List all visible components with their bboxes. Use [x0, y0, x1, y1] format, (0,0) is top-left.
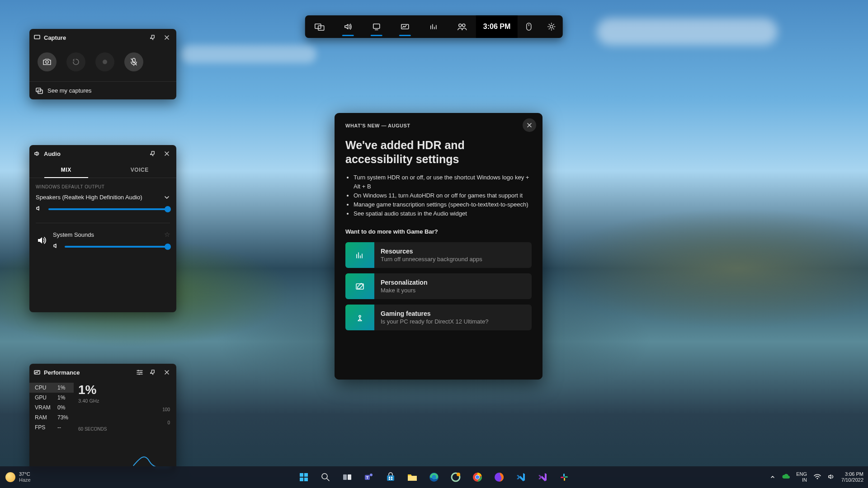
pin-button[interactable] [148, 149, 158, 159]
mouse-passthrough-button[interactable] [518, 15, 540, 38]
volume-icon [36, 205, 43, 213]
svg-rect-2 [373, 24, 379, 28]
whats-new-subhead: Want to do more with Game Bar? [345, 228, 532, 235]
resources-button[interactable] [419, 15, 448, 38]
svg-point-24 [322, 474, 327, 479]
taskbar-weather[interactable]: 37°C Haze [5, 471, 31, 483]
windows-taskbar: 37°C Haze T [0, 466, 868, 488]
file-explorer-button[interactable] [403, 468, 421, 486]
svg-point-17 [138, 370, 139, 371]
pin-button[interactable] [148, 33, 158, 42]
svg-point-7 [550, 25, 553, 28]
tray-onedrive-icon[interactable] [782, 474, 790, 481]
volume-icon[interactable] [828, 474, 835, 481]
svg-point-42 [476, 475, 479, 479]
master-volume-slider[interactable] [48, 208, 170, 210]
teams-button[interactable]: T [360, 468, 378, 486]
performance-icon [34, 369, 40, 375]
close-button[interactable] [162, 149, 172, 159]
start-button[interactable] [295, 468, 313, 486]
tab-voice[interactable]: VOICE [103, 162, 177, 178]
app-button-1[interactable] [447, 468, 465, 486]
svg-rect-30 [387, 475, 394, 481]
close-button[interactable] [162, 367, 172, 377]
svg-rect-8 [34, 35, 40, 39]
perf-row-cpu[interactable]: CPU1% [29, 383, 74, 393]
performance-title: Performance [44, 369, 131, 376]
svg-rect-33 [389, 479, 390, 480]
audio-title: Audio [44, 150, 145, 157]
edge-button[interactable] [425, 468, 443, 486]
performance-widget-button[interactable] [391, 15, 419, 38]
see-captures-link[interactable]: See my captures [29, 81, 176, 99]
card-resources[interactable]: Resources Turn off unnecessary backgroun… [345, 242, 532, 268]
tab-mix[interactable]: MIX [29, 162, 103, 178]
visual-studio-button[interactable] [533, 468, 552, 486]
resources-icon [345, 242, 374, 268]
audio-icon [34, 150, 40, 157]
wifi-icon[interactable] [813, 474, 821, 481]
whats-new-eyebrow: WHAT'S NEW — AUGUST [345, 123, 532, 128]
svg-rect-46 [564, 478, 565, 481]
audio-widget-button[interactable] [334, 15, 362, 38]
pin-button[interactable] [148, 367, 158, 377]
svg-rect-34 [391, 479, 392, 480]
svg-point-39 [457, 473, 460, 476]
default-output-label: WINDOWS DEFAULT OUTPUT [36, 184, 170, 189]
widgets-menu-button[interactable] [305, 15, 334, 38]
gamebar-topbar: 3:06 PM [305, 15, 563, 38]
card-personalization[interactable]: Personalization Make it yours [345, 273, 532, 299]
gamebar-clock: 3:06 PM [476, 15, 518, 38]
card-gaming-features[interactable]: Gaming features Is your PC ready for Dir… [345, 305, 532, 330]
output-device-dropdown[interactable]: Speakers (Realtek High Definition Audio) [36, 194, 170, 201]
close-button[interactable] [523, 118, 536, 132]
perf-row-gpu[interactable]: GPU1% [29, 393, 74, 403]
svg-rect-26 [348, 474, 351, 480]
svg-point-18 [141, 372, 142, 373]
svg-rect-47 [561, 477, 564, 478]
chrome-button[interactable] [468, 468, 486, 486]
graph-options-button[interactable] [135, 367, 145, 377]
svg-point-19 [139, 374, 140, 375]
speaker-icon [36, 235, 47, 246]
svg-point-29 [370, 474, 373, 476]
performance-widget: Performance CPU1% GPU1% VRAM0% RAM73% FP… [29, 364, 176, 472]
store-button[interactable] [382, 468, 400, 486]
perf-row-fps[interactable]: FPS-- [29, 422, 74, 432]
capture-widget-button[interactable] [362, 15, 391, 38]
start-recording-button[interactable] [95, 52, 114, 71]
slack-button[interactable] [555, 468, 573, 486]
whats-new-bullets: Turn system HDR on or off, or use the sh… [345, 173, 532, 219]
svg-point-9 [46, 61, 48, 63]
perf-selected-value: 1% [78, 384, 170, 396]
language-indicator[interactable]: ENGIN [796, 471, 807, 483]
svg-rect-22 [300, 478, 303, 481]
svg-point-5 [462, 24, 465, 27]
close-button[interactable] [162, 33, 172, 42]
svg-rect-32 [391, 477, 392, 478]
system-volume-slider[interactable] [65, 246, 170, 248]
mic-toggle-button[interactable] [124, 52, 143, 71]
search-button[interactable] [316, 468, 335, 486]
tray-chevron-button[interactable] [770, 474, 775, 481]
svg-point-10 [103, 60, 107, 64]
xbox-social-button[interactable] [448, 15, 476, 38]
gamebar-settings-button[interactable] [540, 15, 563, 38]
perf-row-vram[interactable]: VRAM0% [29, 403, 74, 413]
perf-row-ram[interactable]: RAM73% [29, 413, 74, 422]
whats-new-headline: We've added HDR and accessibility settin… [345, 138, 532, 167]
record-last-button[interactable] [66, 52, 85, 71]
weather-icon [5, 472, 15, 482]
vscode-button[interactable] [512, 468, 530, 486]
svg-point-4 [458, 24, 461, 27]
taskbar-clock[interactable]: 3:06 PM7/10/2022 [841, 471, 863, 483]
favorite-star-button[interactable]: ☆ [164, 230, 170, 239]
svg-rect-23 [304, 478, 308, 481]
capture-widget: Capture See my captures [29, 29, 176, 99]
whats-new-panel: WHAT'S NEW — AUGUST We've added HDR and … [335, 113, 542, 380]
system-sounds-label: System Sounds [53, 231, 94, 238]
capture-title: Capture [44, 34, 145, 41]
screenshot-button[interactable] [38, 52, 57, 71]
task-view-button[interactable] [338, 468, 356, 486]
firefox-button[interactable] [490, 468, 508, 486]
